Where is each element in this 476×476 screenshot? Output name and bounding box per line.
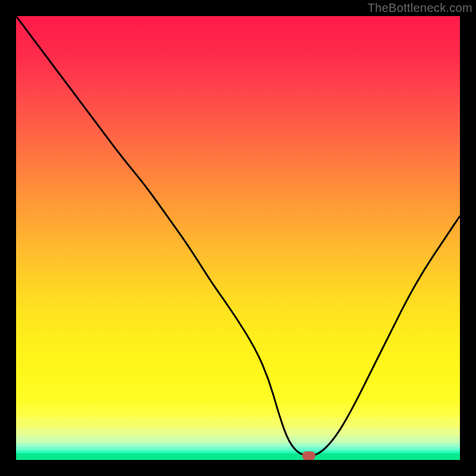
- chart-frame: TheBottleneck.com: [0, 0, 476, 476]
- curve-path: [16, 16, 460, 456]
- bottleneck-curve: [16, 16, 460, 460]
- watermark-text: TheBottleneck.com: [368, 1, 472, 15]
- plot-area: [16, 16, 460, 460]
- optimum-marker: [302, 451, 315, 460]
